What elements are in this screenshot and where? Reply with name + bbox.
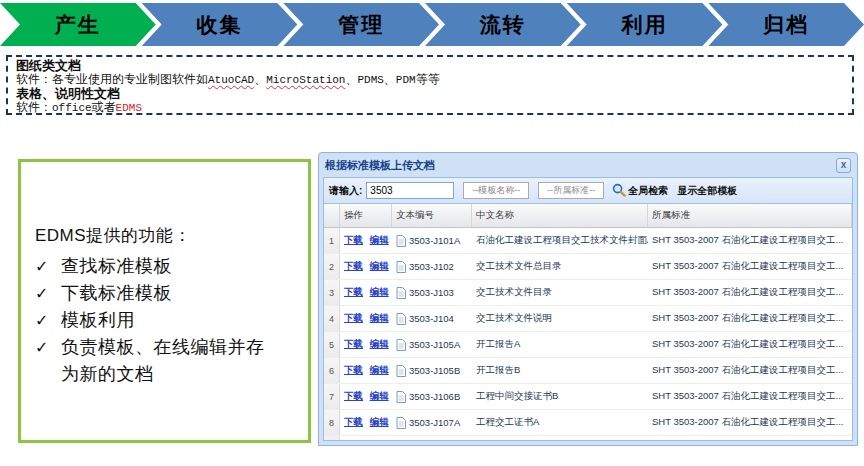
- doc-number: 3503-J105A: [409, 339, 460, 350]
- header-standard[interactable]: 所属标准: [648, 204, 852, 227]
- edms-feature-item: ✓查找标准模板: [35, 253, 302, 280]
- edit-link[interactable]: 编辑: [370, 364, 389, 375]
- process-step-label: 收集: [197, 11, 243, 39]
- note-software-microstation: MicroStation: [266, 74, 345, 86]
- doc-standard-cell: SHT 3503-2007 石油化工建设工程项目交工...: [648, 286, 852, 299]
- process-flow: 产生收集管理流转利用归档: [0, 3, 864, 46]
- doc-number: 3503-J102: [409, 261, 454, 272]
- header-doc-number[interactable]: 文本编号: [392, 204, 472, 227]
- doc-number: 3503-J107A: [409, 417, 460, 428]
- row-number: 1: [324, 228, 340, 253]
- edit-link[interactable]: 编辑: [370, 390, 389, 401]
- table-row[interactable]: 7 下载 编辑 3503-J106B 工程中间交接证书B SHT 3503-20…: [324, 384, 852, 410]
- document-icon: [396, 365, 406, 377]
- edit-link[interactable]: 编辑: [370, 416, 389, 427]
- table-row[interactable]: 6 下载 编辑 3503-J105B 开工报告B SHT 3503-2007 石…: [324, 358, 852, 384]
- doc-number: 3503-J104: [409, 313, 454, 324]
- table-row[interactable]: 1 下载 编辑 3503-J101A 石油化工建设工程项目交工技术文件封面A S…: [324, 228, 852, 254]
- table-row[interactable]: 3 下载 编辑 3503-J103 交工技术文件目录 SHT 3503-2007…: [324, 280, 852, 306]
- edit-link[interactable]: 编辑: [370, 338, 389, 349]
- process-step-6: 归档: [708, 3, 864, 46]
- doc-standard-cell: SHT 3503-2007 石油化工建设工程项目交工...: [648, 390, 852, 403]
- note-software-edms: EDMS: [116, 102, 142, 114]
- row-number: 4: [324, 306, 340, 331]
- row-actions: 下载 编辑: [340, 364, 392, 377]
- doc-number-cell: 3503-J105B: [392, 365, 472, 377]
- checkmark-icon: ✓: [35, 253, 61, 280]
- document-icon: [396, 391, 406, 403]
- doc-name-cell: 交工技术文件总目录: [472, 260, 648, 273]
- doc-number: 3503-J105B: [409, 365, 460, 376]
- download-link[interactable]: 下载: [344, 390, 363, 401]
- note-text: 或者: [92, 100, 116, 114]
- document-icon: [396, 287, 406, 299]
- download-link[interactable]: 下载: [344, 338, 363, 349]
- edit-link[interactable]: 编辑: [370, 260, 389, 271]
- table-row[interactable]: 8 下载 编辑 3503-J107A 工程交工证书A SHT 3503-2007…: [324, 410, 852, 436]
- edms-feature-item: ✓下载标准模板: [35, 280, 302, 307]
- upload-template-window: 根据标准模板上传文档 x 请输入: --模板名称-- --所属标准-- 全局检索…: [318, 152, 858, 446]
- table-row[interactable]: 5 下载 编辑 3503-J105A 开工报告A SHT 3503-2007 石…: [324, 332, 852, 358]
- document-icon: [396, 417, 406, 429]
- global-search-button[interactable]: 全局检索: [612, 183, 668, 199]
- doc-number-cell: 3503-J103: [392, 287, 472, 299]
- edit-link[interactable]: 编辑: [370, 286, 389, 297]
- edms-feature-item: ✓负责模板、在线编辑并存为新的文档: [35, 334, 302, 388]
- doc-number-cell: 3503-J104: [392, 313, 472, 325]
- close-icon[interactable]: x: [836, 158, 851, 173]
- edms-feature-label: 下载标准模板: [61, 280, 273, 307]
- edms-feature-label: 查找标准模板: [61, 253, 273, 280]
- download-link[interactable]: 下载: [344, 364, 363, 375]
- note-title-tables: 表格、说明性文档: [16, 87, 844, 101]
- panel-title-bar: 根据标准模板上传文档 x: [323, 153, 853, 177]
- show-all-templates-button[interactable]: 显示全部模板: [677, 184, 737, 198]
- table-header: 操作 文本编号 中文名称 所属标准: [324, 204, 852, 228]
- table-row[interactable]: 4 下载 编辑 3503-J104 交工技术文件说明 SHT 3503-2007…: [324, 306, 852, 332]
- process-step-label: 管理: [338, 11, 384, 39]
- row-number: 5: [324, 332, 340, 357]
- global-search-label: 全局检索: [628, 184, 668, 198]
- process-step-5: 利用: [567, 3, 723, 46]
- doc-name-cell: 开工报告A: [472, 338, 648, 351]
- input-label: 请输入:: [329, 184, 362, 198]
- header-operation[interactable]: 操作: [340, 204, 392, 227]
- panel-toolbar: 请输入: --模板名称-- --所属标准-- 全局检索 显示全部模板: [324, 178, 852, 204]
- document-types-note: 图纸类文档 软件：各专业使用的专业制图软件如AtuoCAD、MicroStati…: [6, 55, 854, 115]
- header-doc-name[interactable]: 中文名称: [472, 204, 648, 227]
- checkmark-icon: ✓: [35, 280, 61, 307]
- doc-name-cell: 交工技术文件目录: [472, 286, 648, 299]
- download-link[interactable]: 下载: [344, 286, 363, 297]
- slide: 产生收集管理流转利用归档 图纸类文档 软件：各专业使用的专业制图软件如AtuoC…: [0, 0, 864, 466]
- standard-combo[interactable]: --所属标准--: [538, 182, 604, 199]
- process-step-1: 产生: [0, 3, 156, 46]
- table-row[interactable]: 2 下载 编辑 3503-J102 交工技术文件总目录 SHT 3503-200…: [324, 254, 852, 280]
- download-link[interactable]: 下载: [344, 416, 363, 427]
- note-software-pdms: PDMS: [357, 74, 383, 86]
- download-link[interactable]: 下载: [344, 312, 363, 323]
- note-sep: 、: [254, 72, 266, 86]
- doc-number-cell: 3503-J101A: [392, 235, 472, 247]
- template-name-combo[interactable]: --模板名称--: [463, 182, 529, 199]
- download-link[interactable]: 下载: [344, 234, 363, 245]
- note-sep: 、: [384, 72, 396, 86]
- download-link[interactable]: 下载: [344, 260, 363, 271]
- document-icon: [396, 339, 406, 351]
- process-step-label: 归档: [763, 11, 809, 39]
- edit-link[interactable]: 编辑: [370, 312, 389, 323]
- doc-name-cell: 工程交工证书A: [472, 416, 648, 429]
- process-step-2: 收集: [142, 3, 298, 46]
- note-text: 软件：: [16, 100, 52, 114]
- note-text: 软件：各专业使用的专业制图软件如: [16, 72, 208, 86]
- row-actions: 下载 编辑: [340, 338, 392, 351]
- doc-name-cell: 石油化工建设工程项目交工技术文件封面A: [472, 234, 648, 247]
- doc-standard-cell: SHT 3503-2007 石油化工建设工程项目交工...: [648, 234, 852, 247]
- row-actions: 下载 编辑: [340, 416, 392, 429]
- edms-feature-item: ✓模板利用: [35, 307, 302, 334]
- doc-number: 3503-J106B: [409, 391, 460, 402]
- edit-link[interactable]: 编辑: [370, 234, 389, 245]
- note-sep: 、: [345, 72, 357, 86]
- search-input[interactable]: [366, 182, 454, 199]
- document-icon: [396, 313, 406, 325]
- doc-number-cell: 3503-J107A: [392, 417, 472, 429]
- doc-standard-cell: SHT 3503-2007 石油化工建设工程项目交工...: [648, 260, 852, 273]
